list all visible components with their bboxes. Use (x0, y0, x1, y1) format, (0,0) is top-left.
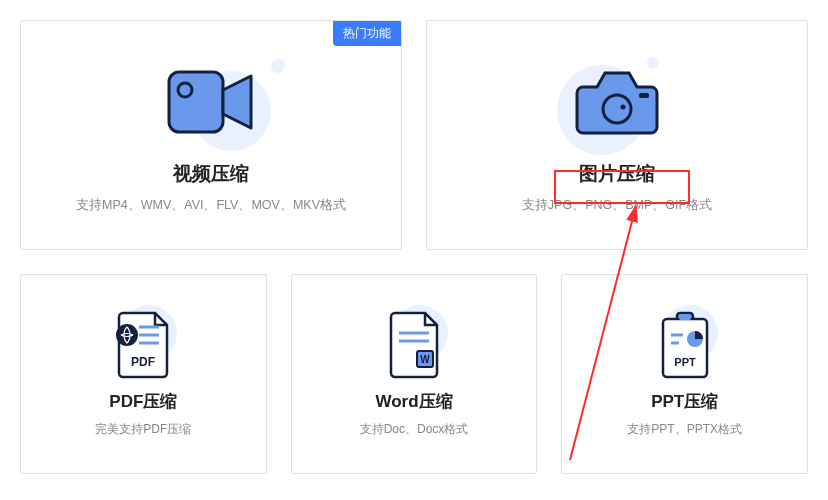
card-title: PPT压缩 (651, 390, 718, 413)
svg-rect-0 (169, 72, 223, 132)
svg-point-3 (621, 104, 626, 109)
svg-text:PPT: PPT (674, 356, 696, 368)
card-ppt-compress[interactable]: PPT PPT压缩 支持PPT、PPTX格式 (561, 274, 808, 474)
feature-row-top: 热门功能 视频压缩 支持MP4、WMV、AVI、FLV、MOV、MKV格式 图片… (20, 20, 808, 250)
card-subtitle: 完美支持PDF压缩 (95, 421, 191, 438)
svg-rect-4 (639, 93, 649, 98)
card-subtitle: 支持MP4、WMV、AVI、FLV、MOV、MKV格式 (76, 197, 346, 214)
video-camera-icon (151, 57, 271, 147)
word-file-icon: W (354, 310, 474, 380)
card-pdf-compress[interactable]: PDF PDF压缩 完美支持PDF压缩 (20, 274, 267, 474)
card-title: 图片压缩 (579, 161, 655, 187)
card-video-compress[interactable]: 热门功能 视频压缩 支持MP4、WMV、AVI、FLV、MOV、MKV格式 (20, 20, 402, 250)
feature-row-bottom: PDF PDF压缩 完美支持PDF压缩 W Word压缩 支持Doc、Docx格… (20, 274, 808, 474)
card-title: PDF压缩 (109, 390, 177, 413)
card-subtitle: 支持JPG、PNG、BMP、GIF格式 (522, 197, 712, 214)
card-title: Word压缩 (375, 390, 452, 413)
svg-rect-15 (679, 314, 691, 320)
card-subtitle: 支持PPT、PPTX格式 (627, 421, 742, 438)
hot-badge: 热门功能 (333, 21, 401, 46)
card-subtitle: 支持Doc、Docx格式 (360, 421, 469, 438)
svg-text:PDF: PDF (131, 355, 155, 369)
card-image-compress[interactable]: 图片压缩 支持JPG、PNG、BMP、GIF格式 (426, 20, 808, 250)
camera-icon (557, 57, 677, 147)
svg-text:W: W (420, 354, 430, 365)
pdf-file-icon: PDF (83, 310, 203, 380)
card-word-compress[interactable]: W Word压缩 支持Doc、Docx格式 (291, 274, 538, 474)
ppt-file-icon: PPT (625, 310, 745, 380)
card-title: 视频压缩 (173, 161, 249, 187)
